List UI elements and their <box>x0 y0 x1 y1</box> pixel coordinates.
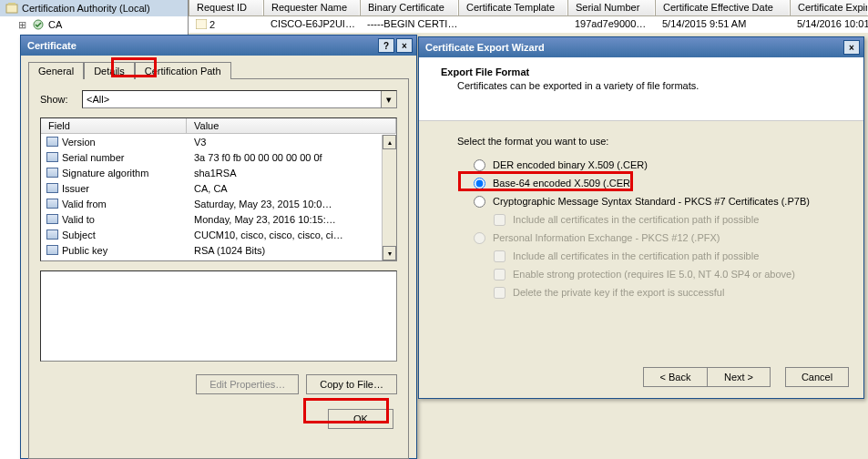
cell-request-id: 2 <box>209 19 215 30</box>
check-pfx-include-label: Include all certificates in the certific… <box>513 250 759 261</box>
svg-rect-0 <box>6 5 17 13</box>
scroll-up-icon[interactable]: ▴ <box>383 135 396 149</box>
chevron-down-icon[interactable]: ▾ <box>381 91 396 107</box>
field-name: Subject <box>62 230 96 240</box>
wizard-close-button[interactable]: × <box>843 40 860 55</box>
col-binary[interactable]: Binary Certificate <box>360 0 458 15</box>
ok-button[interactable]: OK <box>328 409 393 429</box>
show-value: <All> <box>87 94 109 105</box>
radio-der-input[interactable] <box>474 159 485 171</box>
details-panel: Show: <All> ▾ Field Value VersionV3Seria… <box>28 78 409 459</box>
radio-base64-input[interactable] <box>474 178 485 189</box>
field-value: Saturday, May 23, 2015 10:0… <box>187 199 396 209</box>
wizard-heading: Export File Format <box>441 66 842 77</box>
radio-p7b[interactable]: Cryptographic Message Syntax Standard - … <box>457 192 842 210</box>
check-pfx-delete-input <box>494 287 505 299</box>
radio-der[interactable]: DER encoded binary X.509 (.CER) <box>457 156 842 174</box>
check-p7b-include-input <box>494 214 505 226</box>
field-name: Public key <box>62 245 107 256</box>
cell-requester: CISCO-E6JP2UI… <box>263 16 360 33</box>
cert-title: Certificate <box>25 40 376 51</box>
col-requester[interactable]: Requester Name <box>263 0 360 15</box>
col-serial[interactable]: Serial Number <box>567 0 655 15</box>
export-wizard-dialog: Certificate Export Wizard × Export File … <box>418 36 864 399</box>
col-expiry[interactable]: Certificate Expira <box>790 0 868 15</box>
field-icon <box>46 245 58 255</box>
field-name: Valid to <box>62 214 95 225</box>
tab-general[interactable]: General <box>28 62 84 79</box>
col-request-id[interactable]: Request ID <box>189 0 263 15</box>
cert-titlebar[interactable]: Certificate ? × <box>21 36 416 56</box>
cell-serial: 197ad7e9000… <box>567 16 655 33</box>
field-value: Monday, May 23, 2016 10:15:… <box>187 214 396 225</box>
edit-properties-button: Edit Properties… <box>196 374 299 394</box>
field-name: Version <box>62 137 96 148</box>
help-button[interactable]: ? <box>378 38 394 53</box>
fields-listview[interactable]: Field Value VersionV3Serial number3a 73 … <box>40 117 397 261</box>
check-pfx-delete-label: Delete the private key if the export is … <box>513 287 724 298</box>
radio-p7b-input[interactable] <box>474 196 485 208</box>
check-p7b-include: Include all certificates in the certific… <box>457 210 842 229</box>
header-field[interactable]: Field <box>41 118 187 133</box>
field-icon <box>46 152 58 162</box>
table-row[interactable]: 2 CISCO-E6JP2UI… -----BEGIN CERTI… 197ad… <box>189 16 868 33</box>
field-row[interactable]: Serial number3a 73 f0 fb 00 00 00 00 00 … <box>41 149 396 165</box>
field-row[interactable]: Valid toMonday, May 23, 2016 10:15:… <box>41 211 396 227</box>
svg-rect-1 <box>8 3 15 5</box>
cell-effective: 5/14/2015 9:51 AM <box>655 16 790 33</box>
check-pfx-strong-input <box>494 269 505 280</box>
show-combo[interactable]: <All> ▾ <box>82 90 397 108</box>
value-detail-box[interactable] <box>40 270 397 362</box>
wizard-header: Export File Format Certificates can be e… <box>419 57 863 121</box>
field-row[interactable]: IssuerCA, CA <box>41 180 396 196</box>
field-icon <box>46 137 58 147</box>
check-pfx-strong: Enable strong protection (requires IE 5.… <box>457 265 842 283</box>
field-value: CA, CA <box>187 183 396 194</box>
tree-child[interactable]: ⊞ CA <box>0 16 188 33</box>
header-value[interactable]: Value <box>187 118 396 133</box>
check-p7b-include-label: Include all certificates in the certific… <box>513 214 759 225</box>
radio-der-label: DER encoded binary X.509 (.CER) <box>493 159 648 170</box>
field-row[interactable]: SubjectCUCM10, cisco, cisco, cisco, ci… <box>41 227 396 242</box>
select-format-label: Select the format you want to use: <box>457 136 842 147</box>
copy-to-file-button[interactable]: Copy to File… <box>306 374 397 394</box>
wizard-titlebar[interactable]: Certificate Export Wizard × <box>419 37 863 57</box>
radio-pfx: Personal Information Exchange - PKCS #12… <box>457 229 842 247</box>
field-name: Valid from <box>62 199 107 209</box>
close-button[interactable]: × <box>396 38 413 53</box>
field-row[interactable]: Valid fromSaturday, May 23, 2015 10:0… <box>41 196 396 211</box>
check-pfx-include: Include all certificates in the certific… <box>457 247 842 265</box>
scroll-down-icon[interactable]: ▾ <box>383 246 396 260</box>
next-button[interactable]: Next > <box>707 367 771 387</box>
cancel-button[interactable]: Cancel <box>785 367 849 387</box>
expand-icon[interactable]: ⊞ <box>18 19 26 31</box>
field-icon <box>46 199 58 209</box>
field-icon <box>46 214 58 224</box>
tree-root[interactable]: Certification Authority (Local) <box>0 0 188 16</box>
field-row[interactable]: Public keyRSA (1024 Bits) <box>41 242 396 258</box>
field-value: sha1RSA <box>187 168 396 178</box>
scrollbar[interactable]: ▴ ▾ <box>382 135 396 260</box>
field-icon <box>46 230 58 240</box>
col-effective[interactable]: Certificate Effective Date <box>655 0 790 15</box>
wizard-title: Certificate Export Wizard <box>423 42 842 53</box>
cert-authority-icon <box>5 2 18 15</box>
cell-template <box>458 16 567 33</box>
radio-pfx-input <box>474 232 485 244</box>
tree-child-label: CA <box>48 19 62 30</box>
svg-rect-3 <box>196 19 207 29</box>
tab-details[interactable]: Details <box>84 62 135 79</box>
field-icon <box>46 168 58 178</box>
col-template[interactable]: Certificate Template <box>458 0 567 15</box>
field-row[interactable]: Signature algorithmsha1RSA <box>41 165 396 180</box>
cell-expiry: 5/14/2016 10:01 <box>790 16 868 33</box>
check-pfx-include-input <box>494 250 505 262</box>
tab-cert-path[interactable]: Certification Path <box>135 62 231 79</box>
cert-row-icon <box>196 19 207 31</box>
field-row[interactable]: VersionV3 <box>41 134 396 149</box>
field-value: 3a 73 f0 fb 00 00 00 00 00 0f <box>187 152 396 163</box>
check-pfx-strong-label: Enable strong protection (requires IE 5.… <box>513 269 795 280</box>
wizard-subtext: Certificates can be exported in a variet… <box>441 80 842 91</box>
back-button[interactable]: < Back <box>643 367 707 387</box>
radio-base64[interactable]: Base-64 encoded X.509 (.CER) <box>457 174 842 192</box>
